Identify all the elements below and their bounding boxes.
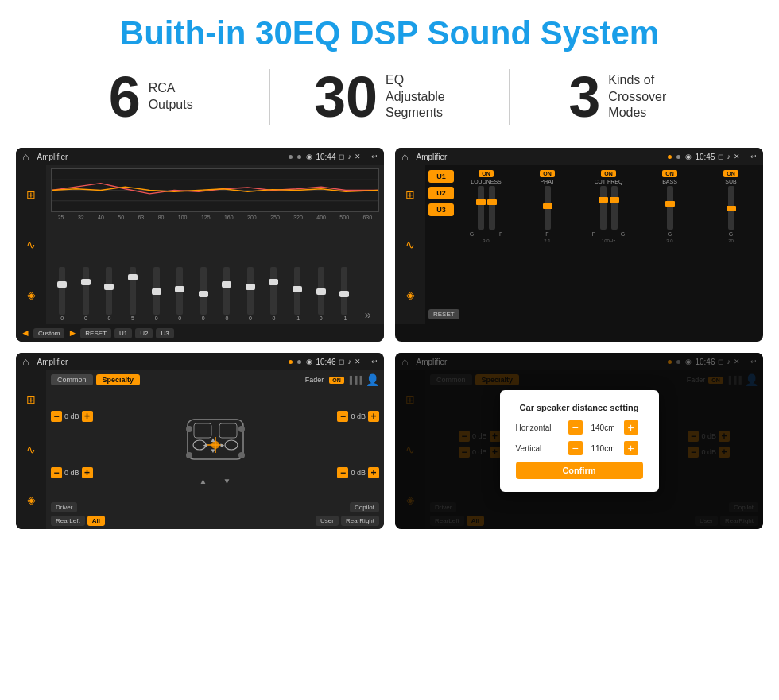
- amp2-cutfreq-slider-l[interactable]: [600, 186, 607, 230]
- amp2-bass-slider[interactable]: [667, 186, 673, 230]
- amp2-loudness-name: LOUDNESS: [471, 179, 502, 184]
- svg-point-11: [186, 426, 192, 432]
- eq-freq-320: 320: [293, 215, 303, 220]
- eq-slider-3: 5: [130, 267, 136, 321]
- amp2-loudness-slider-l[interactable]: [478, 186, 484, 230]
- dialog-vertical-label: Vertical: [516, 444, 564, 453]
- eq-reset-btn[interactable]: RESET: [80, 328, 111, 338]
- amp2-bass-on[interactable]: ON: [662, 170, 677, 177]
- amp2-loudness-on[interactable]: ON: [479, 170, 494, 177]
- eq-wave-icon[interactable]: ∿: [26, 238, 36, 251]
- eq-cam-icon: ◻: [339, 153, 344, 160]
- amp2-wave-icon[interactable]: ∿: [405, 238, 415, 251]
- amp2-ch-bass: ON BASS G 3.0: [641, 170, 699, 319]
- fader-minus-1[interactable]: −: [51, 467, 62, 478]
- fader-right-controls: − 0 dB + − 0 dB +: [337, 389, 379, 499]
- fader-plus-2[interactable]: +: [368, 411, 379, 422]
- svg-rect-5: [219, 423, 237, 438]
- fader-speaker-icon[interactable]: ◈: [27, 493, 36, 506]
- confirm-button[interactable]: Confirm: [516, 462, 643, 479]
- fader-user-btn[interactable]: User: [316, 516, 339, 526]
- fader-driver-btn[interactable]: Driver: [51, 502, 77, 512]
- eq-u2-btn[interactable]: U2: [135, 328, 153, 338]
- amp2-cutfreq-on[interactable]: ON: [601, 170, 616, 177]
- eq-slider-5: 0: [176, 267, 183, 321]
- amp2-sub-on[interactable]: ON: [723, 170, 738, 177]
- stat-rca-label1: RCA: [149, 80, 193, 97]
- fader-vol-icon: ♪: [347, 358, 351, 365]
- amp2-ch-loudness: ON LOUDNESS GF 3.0: [457, 170, 515, 319]
- eq-freq-160: 160: [224, 215, 234, 220]
- eq-u3-btn[interactable]: U3: [156, 328, 173, 338]
- amp2-ch-cutfreq: ON CUT FREQ FG 100Hz: [579, 170, 638, 319]
- fader-plus-1[interactable]: +: [82, 467, 93, 478]
- fader-minus-0[interactable]: −: [51, 411, 62, 422]
- amp2-bass-name: BASS: [662, 179, 677, 184]
- fader-minus-3[interactable]: −: [337, 467, 348, 478]
- dialog-vertical-row: Vertical − 110cm +: [516, 441, 643, 455]
- amp2-home-icon[interactable]: ⌂: [401, 150, 408, 163]
- fader-home-icon[interactable]: ⌂: [22, 355, 29, 368]
- fader-tab-specialty[interactable]: Specialty: [96, 374, 141, 385]
- fader-rearleft-btn[interactable]: RearLeft: [51, 516, 85, 526]
- fader-all-btn[interactable]: All: [87, 516, 105, 526]
- fader-back-icon[interactable]: ↩: [371, 358, 378, 365]
- fader-chevron-up[interactable]: ▲: [200, 477, 207, 485]
- dialog-horizontal-plus[interactable]: +: [624, 420, 638, 435]
- stat-divider-1: [269, 69, 270, 125]
- eq-speaker-icon[interactable]: ◈: [27, 288, 36, 301]
- eq-freq-200: 200: [247, 215, 257, 220]
- stat-divider-2: [509, 69, 510, 125]
- dialog-vertical-plus[interactable]: +: [624, 441, 638, 455]
- eq-home-icon[interactable]: ⌂: [22, 150, 29, 163]
- page-title: Buith-in 30EQ DSP Sound System: [0, 0, 779, 60]
- amp2-sub-slider[interactable]: [728, 186, 734, 230]
- fader-screen-title: Amplifier: [37, 358, 284, 366]
- fader-x-icon: ✕: [355, 358, 361, 365]
- fader-main-area: Common Specialty Fader ON ▐▐▐ 👤 − 0 dB +: [46, 370, 384, 529]
- fader-body: ⊞ ∿ ◈ Common Specialty Fader ON ▐▐▐ 👤: [16, 370, 384, 529]
- screen-amp2: ⌂ Amplifier ◉ 10:45 ◻ ♪ ✕ – ↩ ⊞ ∿ ◈: [395, 148, 763, 342]
- eq-back-icon[interactable]: ↩: [371, 153, 378, 160]
- eq-prev-btn[interactable]: ◄: [21, 327, 30, 338]
- amp2-filter-icon[interactable]: ⊞: [405, 188, 415, 201]
- fader-minus-2[interactable]: −: [337, 411, 348, 422]
- fader-rearright-btn[interactable]: RearRight: [341, 516, 379, 526]
- eq-u1-btn[interactable]: U1: [114, 328, 132, 338]
- svg-point-14: [238, 452, 245, 458]
- eq-next-btn[interactable]: »: [365, 308, 371, 321]
- fader-min-icon: –: [364, 358, 368, 365]
- amp2-u3-btn[interactable]: U3: [428, 203, 454, 216]
- dialog-horizontal-minus[interactable]: −: [568, 420, 583, 435]
- amp2-u1-btn[interactable]: U1: [428, 170, 454, 183]
- amp2-back-icon[interactable]: ↩: [750, 153, 757, 160]
- amp2-phat-slider[interactable]: [545, 186, 551, 230]
- eq-filter-icon[interactable]: ⊞: [26, 188, 36, 201]
- eq-footer: ◄ Custom ► RESET U1 U2 U3: [16, 324, 384, 342]
- stat-rca: 6 RCA Outputs: [48, 68, 254, 126]
- dialog-vertical-minus[interactable]: −: [568, 441, 583, 455]
- fader-wave-icon[interactable]: ∿: [26, 443, 36, 456]
- fader-filter-icon[interactable]: ⊞: [26, 393, 36, 406]
- amp2-phat-on[interactable]: ON: [540, 170, 555, 177]
- fader-status-icons: ◉ 10:46 ◻ ♪ ✕ – ↩: [306, 358, 378, 366]
- eq-slider-12: -1: [341, 267, 347, 321]
- svg-point-13: [186, 452, 192, 458]
- fader-chevron-down[interactable]: ▼: [223, 477, 231, 485]
- amp2-speaker-icon[interactable]: ◈: [406, 288, 415, 301]
- fader-copilot-btn[interactable]: Copilot: [350, 502, 379, 512]
- fader-person-icon[interactable]: 👤: [366, 373, 379, 386]
- eq-slider-0: 0: [59, 267, 65, 321]
- amp2-reset-btn[interactable]: RESET: [428, 309, 459, 319]
- fader-plus-0[interactable]: +: [82, 411, 93, 422]
- eq-play-btn[interactable]: ►: [68, 327, 77, 338]
- fader-on-badge[interactable]: ON: [329, 377, 344, 384]
- stat-rca-label2: Outputs: [149, 97, 193, 114]
- fader-sidebar: ⊞ ∿ ◈: [16, 370, 46, 529]
- stat-crossover-label1: Kinds of: [608, 72, 688, 89]
- amp2-loudness-slider-r[interactable]: [489, 186, 495, 230]
- amp2-u2-btn[interactable]: U2: [428, 187, 454, 199]
- fader-plus-3[interactable]: +: [368, 467, 379, 478]
- fader-tab-common[interactable]: Common: [51, 374, 93, 385]
- amp2-cutfreq-slider-r[interactable]: [611, 186, 618, 230]
